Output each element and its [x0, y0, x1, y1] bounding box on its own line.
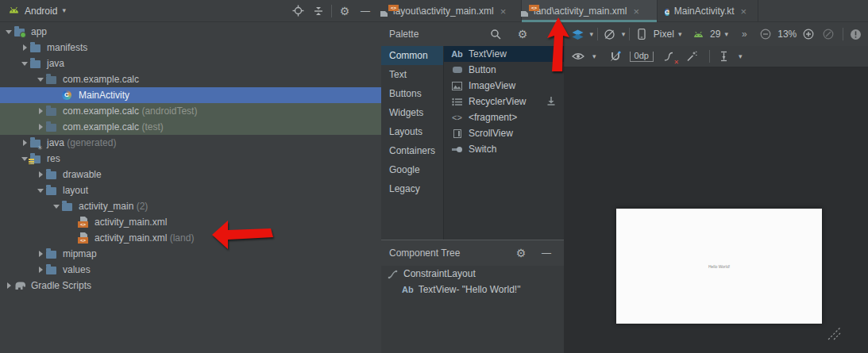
- infer-constraints-wand-icon[interactable]: [684, 48, 700, 64]
- palette-category-containers[interactable]: Containers: [381, 141, 443, 160]
- zoom-out-icon[interactable]: [758, 26, 774, 42]
- design-surface-layers-icon[interactable]: [570, 26, 586, 42]
- chevron-down-icon[interactable]: ▾: [62, 7, 66, 14]
- palette-category-widgets[interactable]: Widgets: [381, 103, 443, 122]
- design-surface[interactable]: Hello World!: [564, 67, 868, 353]
- download-icon[interactable]: [546, 96, 556, 106]
- chevron-down-icon[interactable]: ▾: [622, 31, 626, 38]
- pack-align-icon[interactable]: [716, 48, 732, 64]
- project-panel-header: Android ▾ ⚙ —: [0, 0, 381, 22]
- palette-item-switch[interactable]: Switch: [444, 141, 564, 157]
- component-tree-minimize-icon[interactable]: —: [538, 245, 554, 261]
- palette-category-google[interactable]: Google: [381, 160, 443, 179]
- panel-settings-gear-icon[interactable]: ⚙: [337, 3, 353, 19]
- locate-file-button[interactable]: [290, 3, 306, 19]
- api-android-icon[interactable]: [690, 26, 706, 42]
- tree-item-mipmap[interactable]: mipmap: [0, 246, 381, 262]
- project-view-selector[interactable]: Android: [25, 6, 57, 17]
- expand-arrow-icon[interactable]: [35, 71, 46, 87]
- expand-arrow-icon[interactable]: [3, 24, 14, 40]
- palette-item-textview[interactable]: Ab TextView: [444, 46, 564, 62]
- tree-item-java-generated[interactable]: java (generated): [0, 135, 381, 151]
- tab-layout-activity-main[interactable]: <> layout\activity_main.xml ×: [381, 0, 522, 22]
- device-phone-icon[interactable]: [634, 26, 650, 42]
- autoconnect-magnet-icon[interactable]: [608, 48, 623, 64]
- tree-item-manifests[interactable]: manifests: [0, 40, 381, 56]
- folder-icon: [46, 247, 60, 260]
- close-tab-icon[interactable]: ×: [500, 6, 507, 17]
- palette-search-icon[interactable]: [488, 26, 503, 42]
- collapse-arrow-icon[interactable]: [35, 262, 46, 278]
- tree-item-app[interactable]: app: [0, 24, 381, 40]
- api-level-selector[interactable]: 29: [710, 29, 720, 40]
- constraint-toolbar: ▾ 0dp ✕ ▾: [564, 46, 868, 67]
- chevron-down-icon[interactable]: ▾: [590, 31, 594, 38]
- tab-land-activity-main[interactable]: <> land\activity_main.xml ×: [522, 0, 658, 22]
- tree-item-package[interactable]: com.example.calc: [0, 71, 381, 87]
- view-options-eye-icon[interactable]: [570, 48, 586, 64]
- resource-folder-icon: [30, 152, 44, 165]
- hide-panel-button[interactable]: —: [357, 3, 373, 19]
- issue-indicator-icon[interactable]: [847, 26, 863, 42]
- tree-item-res[interactable]: res: [0, 151, 381, 167]
- chevron-down-icon[interactable]: ▾: [592, 53, 596, 60]
- component-tree-title: Component Tree: [389, 247, 460, 259]
- palette-category-legacy[interactable]: Legacy: [381, 179, 443, 198]
- package-folder-icon: [46, 105, 60, 117]
- chevron-down-icon[interactable]: ▾: [678, 31, 682, 38]
- device-screen-preview[interactable]: Hello World!: [616, 209, 822, 324]
- chevron-down-icon[interactable]: ▾: [739, 53, 743, 60]
- gradle-elephant-icon: [14, 279, 28, 292]
- resize-handle[interactable]: [826, 325, 842, 341]
- zoom-to-fit-icon[interactable]: [820, 26, 836, 42]
- palette-settings-gear-icon[interactable]: ⚙: [515, 26, 530, 42]
- collapse-arrow-icon[interactable]: [19, 135, 30, 151]
- tree-item-activity-main-xml-land[interactable]: <> activity_main.xml (land): [0, 230, 381, 246]
- device-selector[interactable]: Pixel: [654, 29, 674, 40]
- zoom-in-icon[interactable]: [800, 26, 816, 42]
- expand-arrow-icon[interactable]: [19, 56, 30, 71]
- expand-arrow-icon[interactable]: [51, 198, 62, 214]
- expand-arrow-icon[interactable]: [35, 182, 46, 198]
- collapse-arrow-icon[interactable]: [35, 246, 46, 262]
- tree-item-java[interactable]: java: [0, 56, 381, 71]
- component-constraintlayout[interactable]: ConstraintLayout: [381, 266, 564, 282]
- constraintlayout-icon: [388, 269, 399, 279]
- tab-mainactivity-kt[interactable]: MainActivity.kt ×: [658, 0, 758, 22]
- collapse-all-button[interactable]: [311, 3, 326, 19]
- tree-item-drawable[interactable]: drawable: [0, 167, 381, 182]
- tree-item-package-test[interactable]: com.example.calc (test): [0, 119, 381, 135]
- palette-category-text[interactable]: Text: [381, 65, 443, 84]
- collapse-arrow-icon[interactable]: [19, 40, 30, 56]
- palette-item-fragment[interactable]: <> <fragment>: [444, 109, 564, 125]
- collapse-arrow-icon[interactable]: [35, 103, 46, 119]
- tree-item-activity-main-xml[interactable]: <> activity_main.xml: [0, 214, 381, 230]
- palette-category-layouts[interactable]: Layouts: [381, 122, 443, 141]
- chevron-down-icon[interactable]: ▾: [724, 31, 728, 38]
- close-tab-icon[interactable]: ×: [633, 6, 639, 17]
- tree-item-layout[interactable]: layout: [0, 182, 381, 198]
- orientation-icon[interactable]: [602, 26, 618, 42]
- tree-item-package-androidtest[interactable]: com.example.calc (androidTest): [0, 103, 381, 119]
- textview-ab-icon: Ab: [402, 285, 414, 294]
- close-tab-icon[interactable]: ×: [741, 6, 747, 17]
- collapse-arrow-icon[interactable]: [35, 167, 46, 182]
- palette-item-recyclerview[interactable]: RecyclerView: [444, 94, 564, 109]
- palette-category-buttons[interactable]: Buttons: [381, 84, 443, 103]
- tree-item-mainactivity[interactable]: MainActivity: [0, 87, 381, 103]
- default-margin-control[interactable]: 0dp: [630, 52, 654, 62]
- palette-category-common[interactable]: Common: [381, 46, 443, 65]
- tree-item-activity-main-group[interactable]: activity_main (2): [0, 198, 381, 214]
- tree-item-values[interactable]: values: [0, 262, 381, 278]
- component-tree-header: Component Tree ⚙ —: [381, 240, 564, 266]
- palette-item-button[interactable]: Button: [444, 62, 564, 78]
- clear-constraints-icon[interactable]: ✕: [662, 48, 677, 64]
- component-tree-gear-icon[interactable]: ⚙: [513, 245, 529, 261]
- palette-item-imageview[interactable]: ImageView: [444, 78, 564, 94]
- tree-item-gradle-scripts[interactable]: Gradle Scripts: [0, 278, 381, 294]
- collapse-arrow-icon[interactable]: [3, 278, 14, 294]
- palette-item-scrollview[interactable]: ScrollView: [444, 125, 564, 141]
- component-textview[interactable]: Ab TextView- "Hello World!": [381, 282, 564, 297]
- toolbar-overflow-chevrons[interactable]: »: [742, 29, 746, 40]
- collapse-arrow-icon[interactable]: [35, 119, 46, 135]
